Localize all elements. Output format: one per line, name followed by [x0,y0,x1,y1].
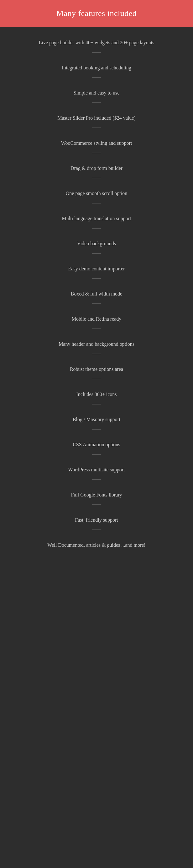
divider [92,253,101,254]
feature-text: Integrated booking and scheduling [62,64,131,71]
divider [92,278,101,279]
divider [92,153,101,153]
divider [92,404,101,404]
list-item: Full Google Fonts library [0,486,193,510]
feature-text: Many header and background options [59,340,134,348]
divider [92,228,101,228]
divider [92,303,101,304]
feature-text: One page smooth scroll option [66,190,127,197]
list-item: Includes 800+ icons [0,385,193,410]
feature-text: Master Slider Pro included ($24 value) [57,114,136,122]
list-item: Live page builder with 40+ widgets and 2… [0,33,193,58]
divider [92,77,101,78]
list-item: Many header and background options [0,335,193,360]
divider [92,429,101,430]
list-item: Easy demo content importer [0,259,193,284]
list-item: Boxed & full width mode [0,284,193,310]
list-item: WooCommerce styling and support [0,134,193,159]
feature-text: Easy demo content importer [68,265,125,273]
list-item: Mobile and Retina ready [0,310,193,335]
divider [92,529,101,530]
feature-text: Live page builder with 40+ widgets and 2… [39,39,154,46]
list-item: Simple and easy to use [0,84,193,108]
list-item: Master Slider Pro included ($24 value) [0,108,193,134]
feature-text: Fast, friendly support [75,516,118,524]
list-item: One page smooth scroll option [0,184,193,209]
list-item: CSS Animation options [0,435,193,460]
list-item: Drag & drop form builder [0,159,193,184]
list-item: WordPress multisite support [0,460,193,486]
list-item: Multi language translation support [0,209,193,234]
feature-text: Mobile and Retina ready [72,315,122,323]
divider [92,329,101,329]
divider [92,454,101,455]
feature-text: Simple and easy to use [74,89,120,97]
feature-text: Full Google Fonts library [71,491,122,499]
list-item: Integrated booking and scheduling [0,58,193,84]
feature-text: Includes 800+ icons [76,391,117,398]
features-list: Live page builder with 40+ widgets and 2… [0,27,193,564]
divider [92,203,101,204]
feature-text: Well Documented, articles & guides ...an… [47,541,145,549]
divider [92,379,101,379]
divider [92,479,101,480]
page-container: Many features included Live page builder… [0,0,193,564]
list-item: Robust theme options area [0,360,193,385]
feature-text: Multi language translation support [62,215,131,222]
list-item: Blog / Masonry support [0,410,193,435]
divider [92,504,101,505]
list-item: Well Documented, articles & guides ...an… [0,536,193,555]
divider [92,102,101,103]
header: Many features included [0,0,193,27]
divider [92,127,101,128]
feature-text: Blog / Masonry support [73,416,120,423]
feature-text: Robust theme options area [70,366,123,373]
feature-text: WooCommerce styling and support [61,140,132,147]
feature-text: Drag & drop form builder [71,164,122,172]
list-item: Fast, friendly support [0,510,193,536]
divider [92,52,101,53]
feature-text: CSS Animation options [73,441,120,448]
divider [92,353,101,354]
list-item: Video backgrounds [0,234,193,259]
divider [92,178,101,178]
feature-text: Video backgrounds [77,240,116,247]
header-title: Many features included [6,9,187,18]
feature-text: Boxed & full width mode [71,290,122,298]
feature-text: WordPress multisite support [68,466,125,473]
